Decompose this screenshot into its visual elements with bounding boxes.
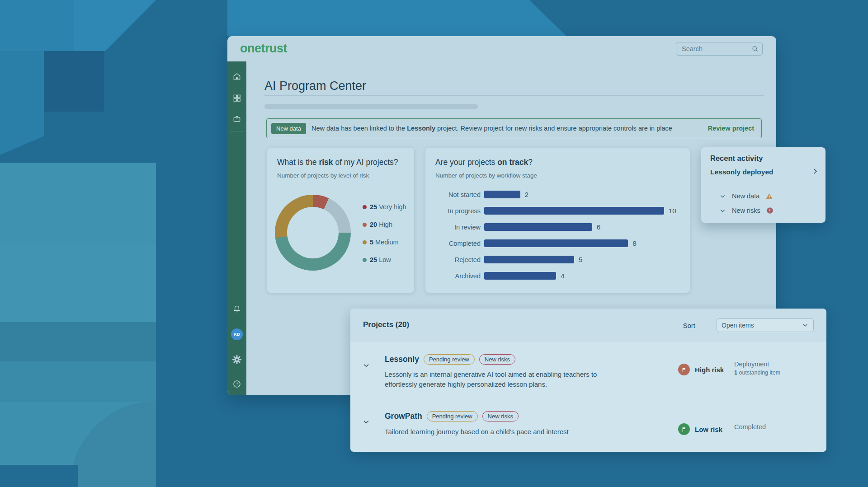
search-icon [751,45,759,53]
chevron-right-icon[interactable] [811,167,819,175]
warning-triangle-icon [765,192,773,200]
apps-grid-icon[interactable] [232,94,241,103]
risk-card-title: What is the risk of my AI projects? [277,158,398,167]
bar-row-completed: Completed8 [425,239,690,248]
bar-label: Rejected [425,256,481,263]
risk-indicator: High risk [678,364,724,375]
projects-panel: Projects (20) Sort Open items LessonlyPe… [350,309,826,452]
recent-activity-panel: Recent activity Lessonly deployed New da… [701,147,826,223]
sidebar-divider [230,131,244,131]
chevron-down-icon [802,322,809,329]
risk-flag-circle [678,364,690,375]
home-icon[interactable] [232,72,241,81]
review-project-link[interactable]: Review project [708,125,754,132]
project-row-growpath[interactable]: GrowPathPending reviewNew risksTailored … [350,404,826,452]
projects-title: Projects (20) [363,320,409,329]
bg-top-strip [227,0,566,36]
bar-fill [484,239,628,247]
risk-flag-circle [678,423,690,435]
onetrust-logo: onetrust [240,42,287,56]
bar-label: In progress [425,207,481,215]
sidebar: KB ? [227,61,246,395]
bar-label: Not started [425,191,481,198]
title-divider [264,95,764,96]
project-name: Lessonly [385,355,419,364]
page-title: AI Program Center [264,79,366,93]
window-header: onetrust [227,36,776,61]
bar-row-archived: Archived4 [425,272,690,281]
project-name: GrowPath [385,412,422,421]
sort-label: Sort [683,322,695,329]
project-status: Deployment1 outstanding item [734,361,780,376]
chevron-down-icon[interactable] [362,418,370,426]
chevron-down-icon[interactable] [362,361,370,370]
bar-label: Completed [425,240,481,247]
legend-item-low: 25 Low [363,256,391,264]
risk-label: High risk [695,366,724,374]
bar-value: 5 [579,256,582,263]
alert-circle-icon [766,207,774,214]
legend-dot [363,240,367,244]
status-title: Deployment [734,361,780,368]
legend-dot [363,223,367,227]
svg-text:?: ? [236,382,238,386]
status-title: Completed [734,423,766,431]
bar-value: 10 [669,207,676,215]
banner-message: New data has been linked to the Lessonly… [311,125,672,132]
flag-icon [681,367,687,373]
new-data-badge: New data [271,123,306,134]
risk-donut-chart [275,195,351,271]
ontrack-chart-card: Are your projects on track? Number of pr… [425,148,690,293]
chevron-down-icon[interactable] [719,207,726,214]
new-data-banner: New data New data has been linked to the… [266,118,762,138]
search-box [676,42,763,56]
recent-activity-item-new-data[interactable]: New data [719,191,773,201]
flag-icon [681,426,687,432]
recent-activity-title: Recent activity [710,154,763,163]
loading-skeleton-bar [264,104,478,109]
bar-fill [484,272,556,280]
project-row-lessonly[interactable]: LessonlyPending reviewNew risksLessonly … [350,342,826,404]
sort-value: Open items [722,322,754,329]
recent-item-label: New data [732,192,760,200]
tag-pending-review: Pending review [424,354,475,365]
bar-row-in-review: In review6 [425,223,690,232]
risk-card-subtitle: Number of projects by level of risk [277,172,369,179]
tag-new-risks: New risks [482,411,519,421]
legend-item-high: 20 High [363,220,392,229]
ontrack-card-title: Are your projects on track? [435,158,533,167]
sort-dropdown[interactable]: Open items [717,318,814,332]
bar-row-not-started: Not started2 [425,190,690,199]
bar-value: 6 [597,223,600,231]
bg-topleft-block [0,0,156,156]
project-status: Completed [734,423,766,431]
briefcase-icon[interactable] [232,114,241,123]
status-subtext: 1 outstanding item [734,370,780,376]
chevron-down-icon[interactable] [719,193,726,200]
legend-dot [363,258,367,262]
ontrack-card-subtitle: Number of projects by workflow stage [435,172,537,179]
recent-item-label: New risks [732,207,760,214]
risk-label: Low risk [695,426,722,433]
user-avatar[interactable]: KB [231,328,243,340]
legend-item-medium: 5 Medium [363,238,399,246]
recent-activity-event: Lessonly deployed [710,168,774,176]
bar-label: Archived [425,272,481,280]
bar-value: 8 [632,239,636,247]
bar-value: 4 [561,272,564,280]
tag-new-risks: New risks [479,354,515,365]
tag-pending-review: Pending review [427,411,478,421]
settings-gear-icon[interactable] [232,355,242,365]
recent-activity-item-new-risks[interactable]: New risks [719,205,774,216]
donut-hole [287,207,339,258]
project-description: Tailored learning journey based on a chi… [385,427,620,437]
bar-value: 2 [525,191,528,198]
bar-fill [484,256,574,263]
bar-fill [484,207,664,215]
search-input[interactable] [676,42,763,56]
help-icon[interactable]: ? [232,379,241,389]
projects-header: Projects (20) Sort Open items [350,309,826,342]
notifications-bell-icon[interactable] [232,304,241,314]
legend-item-very-high: 25 Very high [363,203,406,211]
bg-bottomleft-block [0,163,156,487]
